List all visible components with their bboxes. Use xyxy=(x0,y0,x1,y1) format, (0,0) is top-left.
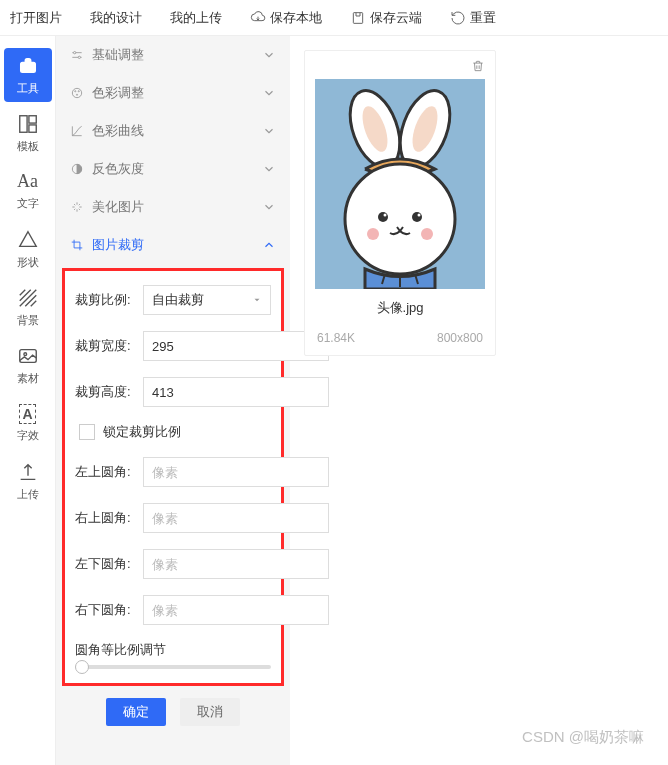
confirm-button[interactable]: 确定 xyxy=(106,698,166,726)
crop-ratio-label: 裁剪比例: xyxy=(75,291,135,309)
text-icon: Aa xyxy=(17,171,38,192)
svg-point-25 xyxy=(421,228,433,240)
svg-rect-0 xyxy=(353,12,362,23)
sidebar-item-material[interactable]: 素材 xyxy=(4,338,52,392)
accordion-image-crop[interactable]: 图片裁剪 xyxy=(56,226,290,264)
svg-point-10 xyxy=(75,91,76,92)
thumbnail-image xyxy=(315,79,485,289)
svg-point-7 xyxy=(74,52,76,54)
sidebar-item-upload[interactable]: 上传 xyxy=(4,454,52,508)
svg-point-20 xyxy=(378,212,388,222)
sliders-icon xyxy=(70,48,84,62)
chevron-down-icon xyxy=(262,86,276,100)
palette-icon xyxy=(70,86,84,100)
svg-point-9 xyxy=(72,88,81,97)
crop-height-label: 裁剪高度: xyxy=(75,383,135,401)
tools-panel: 基础调整 色彩调整 色彩曲线 反色灰度 美化图片 图片裁剪 裁剪比例: xyxy=(56,36,290,765)
lock-ratio-checkbox[interactable] xyxy=(79,424,95,440)
accordion-color-curve[interactable]: 色彩曲线 xyxy=(56,112,290,150)
save-cloud-icon xyxy=(350,10,366,26)
sidebar-item-template[interactable]: 模板 xyxy=(4,106,52,160)
sidebar-item-label: 文字 xyxy=(17,196,39,211)
lock-ratio-row: 锁定裁剪比例 xyxy=(75,423,271,441)
corner-tr-row: 右上圆角: xyxy=(75,503,271,533)
trash-icon xyxy=(471,59,485,73)
accordion-basic-adjust[interactable]: 基础调整 xyxy=(56,36,290,74)
sidebar-item-label: 素材 xyxy=(17,371,39,386)
corner-slider-label: 圆角等比例调节 xyxy=(75,641,271,659)
svg-point-12 xyxy=(76,94,77,95)
thumbnail-dimensions: 800x800 xyxy=(437,331,483,345)
save-cloud-menu[interactable]: 保存云端 xyxy=(350,9,422,27)
corner-tl-label: 左上圆角: xyxy=(75,463,135,481)
chevron-down-icon xyxy=(262,48,276,62)
panel-buttons: 确定 取消 xyxy=(56,686,290,738)
svg-point-19 xyxy=(345,164,455,274)
sidebar-item-label: 模板 xyxy=(17,139,39,154)
svg-point-8 xyxy=(78,56,80,58)
svg-point-11 xyxy=(78,91,79,92)
delete-button[interactable] xyxy=(471,59,485,77)
watermark: CSDN @喝奶茶嘛 xyxy=(522,728,644,747)
chevron-up-icon xyxy=(262,238,276,252)
open-image-menu[interactable]: 打开图片 xyxy=(10,9,62,27)
sidebar-item-text[interactable]: Aa 文字 xyxy=(4,164,52,218)
svg-rect-3 xyxy=(28,115,35,122)
svg-point-22 xyxy=(384,214,387,217)
reset-menu[interactable]: 重置 xyxy=(450,9,496,27)
reset-icon xyxy=(450,10,466,26)
svg-point-23 xyxy=(418,214,421,217)
thumbnail-filesize: 61.84K xyxy=(317,331,355,345)
save-local-menu[interactable]: 保存本地 xyxy=(250,9,322,27)
corner-slider[interactable] xyxy=(75,665,271,669)
svg-point-24 xyxy=(367,228,379,240)
invert-icon xyxy=(70,162,84,176)
svg-rect-1 xyxy=(20,62,35,72)
template-icon xyxy=(17,113,39,135)
toolbox-icon xyxy=(17,55,39,77)
sidebar-item-tools[interactable]: 工具 xyxy=(4,48,52,102)
my-upload-menu[interactable]: 我的上传 xyxy=(170,9,222,27)
crop-height-row: 裁剪高度: xyxy=(75,377,271,407)
svg-point-6 xyxy=(23,352,26,355)
material-icon xyxy=(17,345,39,367)
background-icon xyxy=(17,287,39,309)
sidebar-item-text-effect[interactable]: A 字效 xyxy=(4,396,52,450)
corner-bl-row: 左下圆角: xyxy=(75,549,271,579)
main: 工具 模板 Aa 文字 形状 背景 素材 A 字效 上传 xyxy=(0,36,668,765)
caret-down-icon xyxy=(252,295,262,305)
bunny-illustration xyxy=(315,79,485,289)
curve-icon xyxy=(70,124,84,138)
sidebar: 工具 模板 Aa 文字 形状 背景 素材 A 字效 上传 xyxy=(0,36,56,765)
accordion-invert-gray[interactable]: 反色灰度 xyxy=(56,150,290,188)
sidebar-item-label: 上传 xyxy=(17,487,39,502)
crop-ratio-row: 裁剪比例: 自由裁剪 xyxy=(75,285,271,315)
sidebar-item-label: 字效 xyxy=(17,428,39,443)
svg-point-21 xyxy=(412,212,422,222)
my-design-menu[interactable]: 我的设计 xyxy=(90,9,142,27)
crop-width-label: 裁剪宽度: xyxy=(75,337,135,355)
corner-br-label: 右下圆角: xyxy=(75,601,135,619)
crop-icon xyxy=(70,238,84,252)
accordion-color-adjust[interactable]: 色彩调整 xyxy=(56,74,290,112)
corner-slider-section: 圆角等比例调节 xyxy=(75,641,271,669)
lock-ratio-label: 锁定裁剪比例 xyxy=(103,423,181,441)
corner-tl-row: 左上圆角: xyxy=(75,457,271,487)
sidebar-item-shape[interactable]: 形状 xyxy=(4,222,52,276)
thumbnail-card[interactable]: 头像.jpg 61.84K 800x800 xyxy=(304,50,496,356)
crop-panel: 裁剪比例: 自由裁剪 裁剪宽度: 裁剪高度: 锁定裁剪比例 左上圆角: xyxy=(62,268,284,686)
corner-slider-thumb[interactable] xyxy=(75,660,89,674)
sidebar-item-background[interactable]: 背景 xyxy=(4,280,52,334)
text-effect-icon: A xyxy=(19,404,35,424)
canvas-area: 头像.jpg 61.84K 800x800 xyxy=(290,36,668,765)
shape-icon xyxy=(17,229,39,251)
chevron-down-icon xyxy=(262,124,276,138)
corner-bl-label: 左下圆角: xyxy=(75,555,135,573)
accordion-beautify[interactable]: 美化图片 xyxy=(56,188,290,226)
svg-rect-2 xyxy=(19,115,26,132)
crop-ratio-select[interactable]: 自由裁剪 xyxy=(143,285,271,315)
thumbnail-filename: 头像.jpg xyxy=(315,299,485,317)
chevron-down-icon xyxy=(262,200,276,214)
upload-icon xyxy=(17,461,39,483)
cancel-button[interactable]: 取消 xyxy=(180,698,240,726)
